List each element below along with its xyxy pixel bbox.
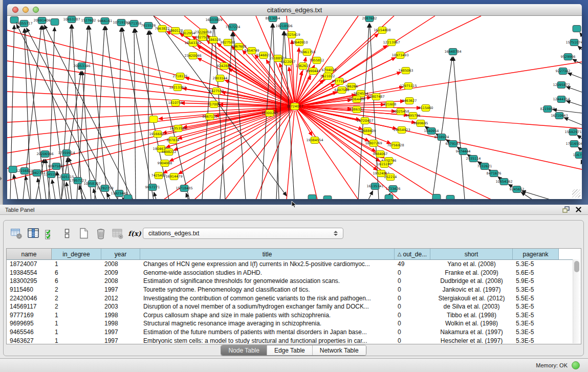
memory-status-indicator[interactable] xyxy=(572,361,580,369)
column-header-name[interactable]: name xyxy=(7,249,52,259)
cell-name[interactable]: 18724007 xyxy=(7,260,52,268)
cell-out_de[interactable]: 0 xyxy=(395,277,430,285)
cell-out_de[interactable]: 0 xyxy=(395,295,430,302)
network-edge[interactable] xyxy=(567,101,582,106)
cell-pagerank[interactable]: 5.6E-5 xyxy=(513,269,559,276)
cell-pagerank[interactable]: 5.9E-5 xyxy=(513,277,559,285)
network-edge[interactable] xyxy=(564,118,582,125)
cell-out_de[interactable]: 0 xyxy=(395,286,430,293)
cell-pagerank[interactable]: 5.3E-5 xyxy=(513,329,559,336)
cell-out_de[interactable]: 0 xyxy=(395,303,430,310)
cell-name[interactable]: 9115460 xyxy=(7,286,52,293)
cell-out_de[interactable]: 0 xyxy=(395,337,430,344)
network-edge[interactable] xyxy=(566,86,582,92)
new-table-button[interactable] xyxy=(77,227,91,240)
network-edge[interactable] xyxy=(183,107,291,127)
cell-name[interactable]: 19384554 xyxy=(7,269,52,276)
column-header-title[interactable]: title xyxy=(140,249,395,259)
cell-pagerank[interactable]: 5.3E-5 xyxy=(513,286,559,293)
cell-year[interactable]: 1997 xyxy=(101,286,140,293)
network-node[interactable] xyxy=(308,195,316,200)
select-all-button[interactable] xyxy=(43,227,57,240)
network-edge[interactable] xyxy=(581,160,582,162)
float-window-button[interactable] xyxy=(561,206,571,213)
cell-title[interactable]: Tourette syndrome. Phenomenology and cla… xyxy=(140,286,395,293)
cell-in_degree[interactable]: 6 xyxy=(52,277,101,285)
network-edge[interactable] xyxy=(521,192,532,199)
cell-title[interactable]: Embryonic stem cells: a model to study s… xyxy=(140,337,395,344)
scrollbar-thumb[interactable] xyxy=(574,261,579,272)
cell-title[interactable]: Structural magnetic resonance image aver… xyxy=(140,320,395,327)
column-header-in_degree[interactable]: in_degree xyxy=(52,249,101,259)
network-edge[interactable] xyxy=(95,26,104,199)
cell-name[interactable]: 9463627 xyxy=(7,337,52,344)
cell-pagerank[interactable]: 5.3E-5 xyxy=(513,312,559,319)
cell-year[interactable]: 2009 xyxy=(101,269,140,276)
cell-in_degree[interactable]: 2 xyxy=(52,303,101,310)
tab-edge-table[interactable]: Edge Table xyxy=(267,345,312,355)
network-node-selected[interactable] xyxy=(149,116,158,123)
window-titlebar[interactable]: citations_edges.txt xyxy=(7,4,582,16)
network-edge[interactable] xyxy=(163,108,291,173)
cell-name[interactable]: 22420046 xyxy=(7,295,52,302)
table-row[interactable]: 946554611997Estimation of the future num… xyxy=(7,328,581,337)
network-edge[interactable] xyxy=(72,25,82,199)
network-edge[interactable] xyxy=(26,176,30,199)
network-edge[interactable] xyxy=(7,106,291,122)
network-node[interactable] xyxy=(432,194,441,200)
table-scrollbar[interactable] xyxy=(573,259,581,343)
delete-entries-button[interactable] xyxy=(94,227,107,240)
table-row[interactable]: 1830029562008Estimation of significance … xyxy=(7,277,581,286)
table-settings-button[interactable] xyxy=(10,227,23,240)
column-header-short[interactable]: short xyxy=(430,249,513,259)
cell-out_de[interactable]: 0 xyxy=(395,312,430,319)
splitter-collapse-icon[interactable] xyxy=(0,177,2,181)
cell-year[interactable]: 2003 xyxy=(101,303,140,310)
network-edge[interactable] xyxy=(432,57,452,199)
network-edge[interactable] xyxy=(67,182,69,199)
network-node[interactable] xyxy=(573,26,581,32)
network-node[interactable] xyxy=(51,19,59,26)
cell-year[interactable]: 2008 xyxy=(101,277,140,285)
window-resize-grip[interactable] xyxy=(572,189,580,198)
cell-title[interactable]: Investigating the contribution of common… xyxy=(140,295,395,302)
network-edge[interactable] xyxy=(7,107,291,168)
cell-out_de[interactable]: 0 xyxy=(395,269,430,276)
show-columns-button[interactable] xyxy=(27,227,40,240)
close-panel-button[interactable] xyxy=(574,206,583,213)
table-row[interactable]: 969969511998Structural magnetic resonanc… xyxy=(7,319,581,328)
network-edge[interactable] xyxy=(220,32,232,199)
cell-pagerank[interactable]: 5.5E-5 xyxy=(513,295,559,302)
table-row[interactable]: 1938455462009Genome-wide association stu… xyxy=(7,269,581,277)
clear-selection-button[interactable] xyxy=(60,227,74,240)
cell-pagerank[interactable]: 5.3E-5 xyxy=(513,303,559,310)
cell-out_de[interactable]: 0 xyxy=(395,320,430,327)
cell-short[interactable]: Dudbridge et al. (2008) xyxy=(430,277,513,285)
cell-short[interactable]: Wolkin et al. (1998) xyxy=(430,320,513,327)
network-edge[interactable] xyxy=(52,180,55,199)
table-row[interactable]: 946362711997Embryonic stem cells: a mode… xyxy=(7,336,581,344)
table-selector-dropdown[interactable]: citations_edges.txt xyxy=(143,228,343,239)
cell-name[interactable]: 9777169 xyxy=(7,312,52,319)
cell-short[interactable]: Hescheler et al. (1997) xyxy=(430,337,513,344)
function-builder-button[interactable]: f(x) xyxy=(128,227,141,240)
cell-title[interactable]: Genome-wide association studies in ADHD. xyxy=(140,269,395,276)
cell-in_degree[interactable]: 2 xyxy=(52,295,101,302)
table-row[interactable]: 2242004622012Investigating the contribut… xyxy=(7,294,581,302)
network-edge[interactable] xyxy=(453,57,465,199)
cell-in_degree[interactable]: 2 xyxy=(52,286,101,293)
network-edge[interactable] xyxy=(122,28,154,199)
cell-short[interactable]: Stergiakouli et al. (2012) xyxy=(430,295,513,302)
cell-year[interactable]: 2012 xyxy=(101,295,140,302)
network-edge[interactable] xyxy=(214,25,225,199)
column-header-year[interactable]: year xyxy=(101,249,140,259)
cell-in_degree[interactable]: 1 xyxy=(52,312,101,319)
cell-year[interactable]: 1998 xyxy=(101,312,140,319)
tab-node-table[interactable]: Node Table xyxy=(221,345,267,355)
cell-out_de[interactable]: 0 xyxy=(395,329,430,336)
zoom-button[interactable] xyxy=(33,7,39,13)
cell-title[interactable]: Changes of HCN gene expression and I(f) … xyxy=(140,260,395,268)
cell-title[interactable]: Corpus callosum shape and size in male p… xyxy=(140,312,395,319)
table-row[interactable]: 911546021997Tourette syndrome. Phenomeno… xyxy=(7,286,581,294)
network-canvas[interactable]: 1872400776638229860128891295423226058982… xyxy=(7,16,582,199)
